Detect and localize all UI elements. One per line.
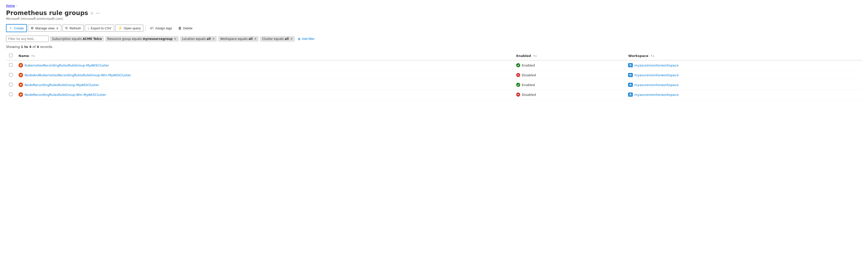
pin-icon[interactable]: ☆ (90, 11, 94, 16)
add-filter-button[interactable]: ⊕ Add filter (296, 36, 316, 42)
assign-tags-button[interactable]: 🏷 Assign tags (148, 25, 175, 31)
page-subtitle: Microsoft (microsoft.onmicrosoft.com) (6, 17, 862, 21)
filter-chip-resourcegroup: Resource group equals myresourcegroup ✕ (105, 36, 178, 42)
sort-workspace-icon[interactable]: ↑↓ (651, 55, 654, 57)
svg-rect-13 (629, 74, 631, 75)
rule-link-0[interactable]: KubernetesRecordingRulesRuleGroup-MyAKSC… (19, 63, 510, 67)
select-all-checkbox[interactable] (9, 54, 12, 57)
row-workspace-cell: myazuremonitorworkspace (625, 80, 862, 90)
breadcrumb-home[interactable]: Home (6, 4, 15, 7)
trash-icon: 🗑 (178, 26, 182, 30)
delete-button[interactable]: 🗑 Delete (176, 25, 195, 31)
workspace-icon-0 (628, 63, 633, 67)
svg-rect-5 (629, 64, 631, 65)
open-query-button[interactable]: ⚡ Open query (115, 25, 144, 32)
row-enabled-cell: Disabled (513, 70, 625, 80)
rule-group-icon-0 (19, 63, 23, 67)
row-enabled-text-1: Disabled (522, 73, 536, 77)
sort-name-icon[interactable]: ↑↓ (31, 55, 35, 57)
open-query-label: Open query (124, 26, 141, 30)
row-enabled-cell: Enabled (513, 80, 625, 90)
filter-input[interactable] (6, 36, 49, 42)
gear-icon: ⚙ (31, 26, 34, 30)
status-dot-0 (516, 63, 520, 67)
row-name-cell: NodeRecordingRulesRuleGroup-Win-MyAKSClu… (16, 90, 513, 100)
data-table: Name ↑↓ Enabled ↑↓ Workspace ↑↓ (6, 52, 862, 100)
workspace-link-0[interactable]: myazuremonitorworkspace (634, 63, 679, 67)
chevron-down-icon: ∨ (56, 26, 59, 30)
create-button-label: Create (14, 26, 24, 30)
row-workspace-cell: myazuremonitorworkspace (625, 90, 862, 100)
svg-rect-1 (20, 65, 22, 65)
add-filter-label: Add filter (302, 37, 314, 40)
table-row: NodeRecordingRulesRuleGroup-MyAKSCluster… (6, 80, 862, 90)
svg-rect-23 (20, 94, 22, 95)
rule-link-2[interactable]: NodeRecordingRulesRuleGroup-MyAKSCluster (19, 83, 510, 87)
record-count: Showing 1 to 4 of 4 records. (6, 45, 862, 49)
manage-view-button[interactable]: ⚙ Manage view ∨ (28, 25, 61, 32)
record-count-total: 4 (37, 45, 39, 49)
rule-link-1[interactable]: NodeAndKubernetesRecordingRulesRuleGroup… (19, 73, 510, 77)
filter-resourcegroup-remove[interactable]: ✕ (174, 37, 177, 40)
row-name-text-3: NodeRecordingRulesRuleGroup-Win-MyAKSClu… (25, 93, 106, 96)
workspace-link-3[interactable]: myazuremonitorworkspace (634, 93, 679, 96)
status-dot-2 (516, 83, 520, 87)
export-button[interactable]: ↓ Export to CSV (85, 25, 114, 32)
row-name-cell: NodeRecordingRulesRuleGroup-MyAKSCluster (16, 80, 513, 90)
row-name-text-2: NodeRecordingRulesRuleGroup-MyAKSCluster (25, 83, 99, 87)
sort-enabled-icon[interactable]: ↑↓ (533, 55, 537, 57)
breadcrumb-separator: › (16, 4, 17, 7)
filter-chip-cluster: Cluster equals all ✕ (260, 36, 295, 42)
row-enabled-text-0: Enabled (522, 63, 535, 67)
row-name-text-1: NodeAndKubernetesRecordingRulesRuleGroup… (25, 73, 131, 77)
rule-link-3[interactable]: NodeRecordingRulesRuleGroup-Win-MyAKSClu… (19, 92, 510, 97)
row-checkbox-1[interactable] (9, 73, 12, 77)
svg-rect-28 (629, 93, 631, 95)
row-name-cell: KubernetesRecordingRulesRuleGroup-MyAKSC… (16, 60, 513, 70)
refresh-icon: ↻ (65, 26, 68, 30)
rule-group-icon-1 (19, 73, 23, 77)
workspace-link-1[interactable]: myazuremonitorworkspace (634, 73, 679, 77)
rule-group-icon-2 (19, 83, 23, 87)
filter-workspace-remove[interactable]: ✕ (254, 37, 256, 40)
toolbar: ＋ Create ⚙ Manage view ∨ ↻ Refresh ↓ Exp… (6, 24, 862, 32)
svg-rect-15 (20, 84, 22, 85)
svg-rect-9 (20, 76, 21, 76)
column-header-workspace: Workspace ↑↓ (625, 52, 862, 60)
workspace-icon-1 (628, 73, 633, 77)
svg-rect-24 (20, 95, 21, 95)
select-all-header (6, 52, 16, 60)
row-workspace-cell: myazuremonitorworkspace (625, 70, 862, 80)
filter-cluster-remove[interactable]: ✕ (290, 37, 293, 40)
row-name-text-0: KubernetesRecordingRulesRuleGroup-MyAKSC… (25, 63, 109, 67)
filter-chip-location: Location equals all ✕ (180, 36, 217, 42)
workspace-icon-3 (628, 92, 633, 96)
filter-chip-workspace: Workspace equals all ✕ (218, 36, 258, 42)
tag-icon: 🏷 (150, 26, 154, 30)
row-checkbox-0[interactable] (9, 63, 12, 67)
svg-rect-0 (20, 64, 22, 65)
table-row: NodeRecordingRulesRuleGroup-Win-MyAKSClu… (6, 90, 862, 100)
row-enabled-text-3: Disabled (522, 93, 536, 96)
row-checkbox-3[interactable] (9, 92, 12, 96)
svg-rect-6 (629, 66, 632, 66)
page-title: Prometheus rule groups (6, 9, 88, 17)
rule-group-icon-3 (19, 92, 23, 97)
query-icon: ⚡ (118, 26, 122, 30)
create-button[interactable]: ＋ Create (6, 24, 27, 32)
plus-icon: ＋ (9, 26, 12, 30)
svg-rect-7 (20, 74, 22, 75)
download-icon: ↓ (88, 26, 89, 30)
row-checkbox-cell (6, 90, 16, 100)
row-checkbox-cell (6, 80, 16, 90)
table-row: NodeAndKubernetesRecordingRulesRuleGroup… (6, 70, 862, 80)
row-enabled-cell: Disabled (513, 90, 625, 100)
filter-cluster-label: Cluster equals all (262, 37, 289, 40)
row-checkbox-2[interactable] (9, 83, 12, 86)
filter-location-remove[interactable]: ✕ (212, 37, 215, 40)
svg-rect-22 (20, 94, 22, 94)
workspace-link-2[interactable]: myazuremonitorworkspace (634, 83, 679, 87)
more-options-icon[interactable]: ··· (96, 10, 100, 16)
refresh-button[interactable]: ↻ Refresh (62, 25, 84, 32)
column-header-enabled: Enabled ↑↓ (513, 52, 625, 60)
